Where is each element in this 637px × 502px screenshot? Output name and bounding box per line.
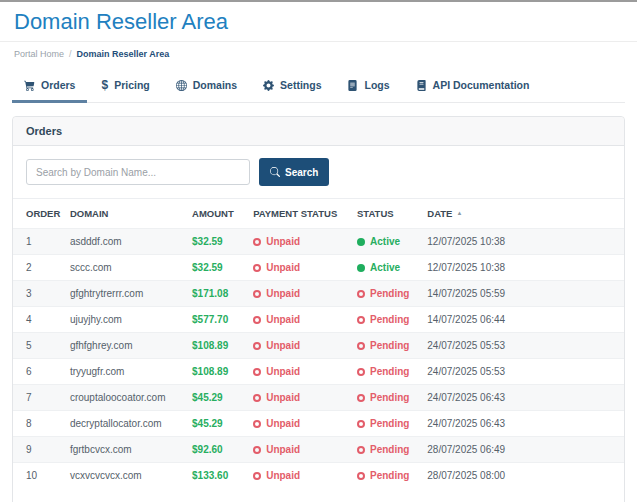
domain-cell: ujuyjhy.com: [62, 307, 184, 333]
amount-cell: $92.60: [184, 437, 245, 463]
status-circle-icon: [357, 238, 365, 246]
status-cell: Pending: [349, 307, 419, 333]
breadcrumb-current[interactable]: Domain Reseller Area: [77, 49, 170, 59]
orders-table-body: 1 asdddf.com $32.59 Unpaid Active 12/07/…: [13, 229, 624, 489]
table-row: 5 gfhfghrey.com $108.89 Unpaid Pending 2…: [13, 333, 624, 359]
status-circle-icon: [357, 394, 365, 402]
table-row: 9 fgrtbcvcx.com $92.60 Unpaid Pending 28…: [13, 437, 624, 463]
amount-cell: $45.29: [184, 385, 245, 411]
date-cell: 28/07/2025 08:00: [419, 463, 624, 489]
breadcrumb-separator: /: [69, 49, 72, 59]
search-icon: [270, 167, 280, 177]
status-cell: Pending: [349, 385, 419, 411]
breadcrumb: Portal Home / Domain Reseller Area: [0, 42, 637, 65]
order-cell: 3: [13, 281, 62, 307]
status-cell: Active: [349, 229, 419, 255]
payment-status-cell: Unpaid: [245, 229, 349, 255]
tab-orders[interactable]: Orders: [12, 71, 87, 103]
order-cell: 5: [13, 333, 62, 359]
column-header-date[interactable]: DATE▲: [419, 199, 624, 229]
payment-status-cell: Unpaid: [245, 255, 349, 281]
search-input[interactable]: [26, 159, 250, 185]
date-cell: 12/07/2025 10:38: [419, 255, 624, 281]
status-circle-icon: [357, 368, 365, 376]
payment-status-cell: Unpaid: [245, 333, 349, 359]
status-circle-icon: [357, 472, 365, 480]
amount-cell: $32.59: [184, 229, 245, 255]
amount-cell: $32.59: [184, 255, 245, 281]
date-cell: 24/07/2025 05:53: [419, 359, 624, 385]
unpaid-circle-icon: [253, 446, 261, 454]
status-circle-icon: [357, 420, 365, 428]
domain-cell: tryyugfr.com: [62, 359, 184, 385]
globe-icon: [176, 80, 187, 91]
amount-cell: $171.08: [184, 281, 245, 307]
status-circle-icon: [357, 316, 365, 324]
order-cell: 7: [13, 385, 62, 411]
order-cell: 1: [13, 229, 62, 255]
table-header-row: ORDER DOMAIN AMOUNT PAYMENT STATUS STATU…: [13, 199, 624, 229]
column-header-domain[interactable]: DOMAIN: [62, 199, 184, 229]
order-cell: 6: [13, 359, 62, 385]
unpaid-circle-icon: [253, 394, 261, 402]
status-circle-icon: [357, 446, 365, 454]
tab-settings[interactable]: Settings: [251, 71, 333, 103]
domain-cell: asdddf.com: [62, 229, 184, 255]
file-icon: [347, 80, 358, 91]
tab-logs[interactable]: Logs: [335, 71, 401, 103]
column-header-status[interactable]: STATUS: [349, 199, 419, 229]
status-circle-icon: [357, 342, 365, 350]
status-cell: Pending: [349, 463, 419, 489]
page-title: Domain Reseller Area: [0, 2, 637, 41]
status-cell: Pending: [349, 411, 419, 437]
date-cell: 24/07/2025 06:43: [419, 411, 624, 437]
domain-cell: fgrtbcvcx.com: [62, 437, 184, 463]
payment-status-cell: Unpaid: [245, 385, 349, 411]
column-header-amount[interactable]: AMOUNT: [184, 199, 245, 229]
unpaid-circle-icon: [253, 420, 261, 428]
tab-pricing[interactable]: $ Pricing: [89, 71, 161, 103]
pagination: Previous 1 Next: [13, 488, 624, 502]
domain-cell: crouptaloocoator.com: [62, 385, 184, 411]
payment-status-cell: Unpaid: [245, 281, 349, 307]
unpaid-circle-icon: [253, 472, 261, 480]
domain-cell: gfhfghrey.com: [62, 333, 184, 359]
tab-label: Orders: [41, 79, 75, 91]
table-row: 3 gfghtrytrerrr.com $171.08 Unpaid Pendi…: [13, 281, 624, 307]
tab-label: Logs: [364, 79, 389, 91]
status-circle-icon: [357, 290, 365, 298]
search-button[interactable]: Search: [259, 158, 329, 186]
table-row: 4 ujuyjhy.com $577.70 Unpaid Pending 14/…: [13, 307, 624, 333]
payment-status-cell: Unpaid: [245, 437, 349, 463]
tab-bar: Orders $ Pricing Domains Settings Logs A…: [12, 71, 625, 103]
search-row: Search: [13, 146, 624, 198]
amount-cell: $133.60: [184, 463, 245, 489]
sort-asc-icon: ▲: [456, 210, 462, 216]
amount-cell: $45.29: [184, 411, 245, 437]
status-cell: Pending: [349, 333, 419, 359]
order-cell: 9: [13, 437, 62, 463]
payment-status-cell: Unpaid: [245, 463, 349, 489]
date-cell: 24/07/2025 05:53: [419, 333, 624, 359]
unpaid-circle-icon: [253, 342, 261, 350]
panel-header: Orders: [13, 117, 624, 146]
table-row: 10 vcxvcvcvcx.com $133.60 Unpaid Pending…: [13, 463, 624, 489]
gear-icon: [263, 80, 274, 91]
tab-domains[interactable]: Domains: [164, 71, 249, 103]
orders-panel: Orders Search ORDER DOMAIN AMOUNT PAYMEN…: [12, 116, 625, 502]
order-cell: 4: [13, 307, 62, 333]
breadcrumb-home-link[interactable]: Portal Home: [14, 49, 64, 59]
status-cell: Pending: [349, 359, 419, 385]
payment-status-cell: Unpaid: [245, 411, 349, 437]
table-row: 8 decryptallocator.com $45.29 Unpaid Pen…: [13, 411, 624, 437]
domain-cell: decryptallocator.com: [62, 411, 184, 437]
tab-api-documentation[interactable]: API Documentation: [404, 71, 542, 103]
column-header-order[interactable]: ORDER: [13, 199, 62, 229]
order-cell: 8: [13, 411, 62, 437]
date-cell: 14/07/2025 05:59: [419, 281, 624, 307]
table-row: 1 asdddf.com $32.59 Unpaid Active 12/07/…: [13, 229, 624, 255]
column-header-payment-status[interactable]: PAYMENT STATUS: [245, 199, 349, 229]
book-icon: [416, 80, 427, 91]
unpaid-circle-icon: [253, 316, 261, 324]
status-cell: Active: [349, 255, 419, 281]
